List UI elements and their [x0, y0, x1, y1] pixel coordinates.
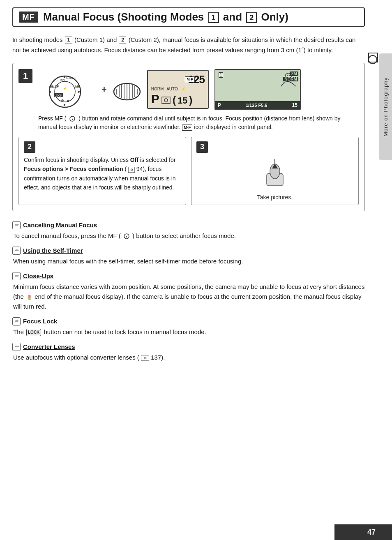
svg-rect-25 — [162, 97, 170, 104]
off-text: Off — [130, 157, 138, 163]
cp-target-box — [161, 96, 171, 104]
monitor-mode-badge: 1 — [219, 72, 224, 78]
settings-ref-converter: ⚙ — [141, 355, 149, 361]
side-tab-label: More on Photography — [383, 77, 389, 136]
shutter-illustration — [256, 153, 293, 194]
macro-icon: 🌷 — [25, 294, 33, 300]
monitor-p-label: P — [218, 102, 221, 108]
note-focuslock: ✏ Focus Lock The LOCK button can not be … — [12, 317, 365, 337]
svg-text:C.SIZE: C.SIZE — [66, 76, 76, 79]
note-selftimer-title: Using the Self-Timer — [23, 247, 83, 254]
step2-number: 2 — [24, 141, 35, 153]
note-closeups-icon: ✏ — [12, 272, 21, 280]
svg-text:☻: ☻ — [66, 99, 70, 103]
note-cancelling-header: ✏ Cancelling Manual Focus — [12, 221, 365, 229]
note-focuslock-header: ✏ Focus Lock — [12, 317, 365, 325]
svg-text:🌷: 🌷 — [26, 294, 32, 300]
bracket-2: 2 — [246, 12, 257, 23]
note-cancelling: ✏ Cancelling Manual Focus To cancel manu… — [12, 221, 365, 241]
monitor-bottom-bar: P 1/125 F5.6 15 — [215, 101, 300, 109]
svg-text:AE/AF: AE/AF — [49, 85, 59, 88]
cp-15: 15 — [178, 95, 187, 106]
mf-btn-cancel: ● — [122, 233, 131, 239]
note-cancelling-body: To cancel manual focus, press the MF ( ●… — [12, 231, 365, 241]
step3-header: 3 — [196, 141, 353, 153]
monitor-num: 15 — [292, 102, 297, 108]
note-closeups: ✏ Close-Ups Minimum focus distance varie… — [12, 272, 365, 312]
note-focuslock-title: Focus Lock — [23, 318, 57, 325]
svg-text:⚙: ⚙ — [61, 99, 64, 103]
intro-paragraph: In shooting modes 1 (Custom 1) and 2 (Cu… — [12, 35, 365, 55]
svg-text:ISO: ISO — [60, 79, 65, 82]
plus-sign: + — [101, 84, 107, 95]
target-icon — [161, 96, 171, 104]
shutter-press-svg — [256, 157, 293, 190]
lock-badge: LOCK — [26, 329, 41, 336]
svg-text:⚙: ⚙ — [130, 168, 133, 172]
svg-text:⚙: ⚙ — [144, 356, 147, 360]
cp-auto: AUTO — [166, 87, 178, 91]
main-content: MF Manual Focus (Shooting Modes 1 and 2 … — [0, 0, 377, 393]
step1-number: 1 — [18, 69, 32, 83]
svg-text:▲: ▲ — [63, 75, 67, 79]
page-number-bar: 47 — [334, 524, 392, 540]
svg-text:●: ● — [71, 118, 73, 120]
cp-bottom-close: ) — [189, 95, 192, 106]
cp-flash: ⚡ — [181, 87, 186, 91]
note-focuslock-icon: ✏ — [12, 317, 21, 325]
step2-header: 2 — [24, 141, 181, 153]
control-panel-display: 125 M·F NORM AUTO ⚡ P — [147, 70, 209, 109]
monitor-norm: NORM — [283, 77, 298, 81]
page-container: More on Photography MF Manual Focus (Sho… — [0, 0, 392, 540]
svg-text:MF: MF — [75, 85, 80, 88]
monitor-8m: 8M — [290, 72, 298, 76]
step1-content: ⚡ AE/AF ISO C.SIZE MF — [38, 69, 359, 132]
steps-container: 1 ⚡ AE/AF — [12, 63, 365, 211]
note-closeups-header: ✏ Close-Ups — [12, 272, 365, 280]
note-converter-body: Use autofocus with optional converter le… — [12, 353, 365, 362]
mode-badge-1: 1 — [65, 37, 72, 44]
svg-text:LOCK: LOCK — [54, 94, 62, 97]
monitor-quality-info: 8M NORM — [283, 72, 298, 81]
svg-text:►: ► — [78, 90, 81, 94]
note-selftimer-header: ✏ Using the Self-Timer — [12, 247, 365, 255]
step1-area: 1 ⚡ AE/AF — [18, 69, 359, 132]
monitor-exposure: 1/125 F5.6 — [246, 103, 267, 108]
svg-point-26 — [164, 99, 168, 102]
note-closeups-body: Minimum focus distance varies with zoom … — [12, 282, 365, 312]
circle-tab-indicator — [368, 55, 377, 64]
cp-mode-row: NORM AUTO ⚡ — [151, 87, 205, 91]
steps-row: 2 Confirm focus in shooting display. Unl… — [18, 137, 359, 205]
side-tab: More on Photography — [379, 53, 392, 160]
step1-images: ⚡ AE/AF ISO C.SIZE MF — [38, 69, 359, 110]
take-pictures: Take pictures. — [257, 194, 293, 201]
mf-badge: MF — [19, 12, 38, 23]
note-selftimer: ✏ Using the Self-Timer When using manual… — [12, 247, 365, 266]
note-closeups-title: Close-Ups — [23, 272, 53, 279]
mountain-graph — [280, 81, 297, 87]
note-converter-title: Converter Lenses — [23, 343, 75, 350]
svg-text:⚡: ⚡ — [63, 86, 67, 90]
note-focuslock-body: The LOCK button can not be used to lock … — [12, 327, 365, 337]
note-selftimer-icon: ✏ — [12, 247, 21, 255]
step1-description: Press MF ( ● ) button and rotate command… — [38, 114, 359, 132]
step3-box: 3 Take pictures — [191, 137, 359, 205]
note-selftimer-body: When using manual focus with the self-ti… — [12, 256, 365, 266]
title-text: Manual Focus (Shooting Modes 1 and 2 Onl… — [43, 11, 288, 23]
command-dial — [113, 77, 141, 106]
focus-options-text: Focus options > Focus confirmation — [24, 166, 123, 172]
title-bar: MF Manual Focus (Shooting Modes 1 and 2 … — [12, 7, 365, 27]
note-cancelling-title: Cancelling Manual Focus — [23, 222, 97, 228]
note-converter: ✏ Converter Lenses Use autofocus with op… — [12, 343, 365, 362]
cp-bottom-area: P ( 15 ) — [151, 92, 205, 106]
mf-icon-inline: M·F — [182, 125, 192, 131]
note-converter-header: ✏ Converter Lenses — [12, 343, 365, 351]
mode-badge-2: 2 — [119, 37, 126, 44]
page-number: 47 — [367, 528, 376, 537]
step2-box: 2 Confirm focus in shooting display. Unl… — [18, 137, 186, 205]
cp-p-char: P — [151, 92, 159, 106]
camera-button-diagram: ⚡ AE/AF ISO C.SIZE MF — [38, 69, 96, 110]
cp-top-row: 125 — [151, 73, 205, 86]
step2-text: Confirm focus in shooting display. Unles… — [24, 155, 181, 192]
svg-text:●: ● — [126, 235, 127, 238]
